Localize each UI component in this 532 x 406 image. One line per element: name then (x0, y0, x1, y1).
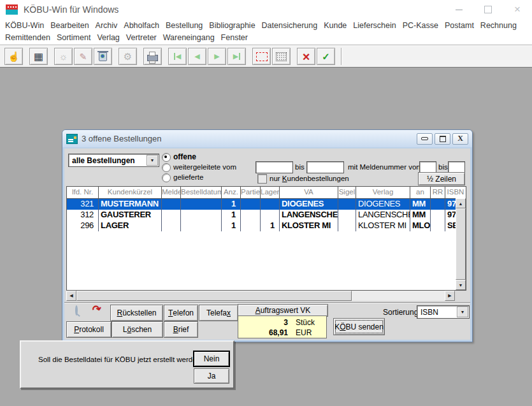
scroll-down-button[interactable]: ▼ (456, 280, 466, 290)
cancel-icon[interactable]: × (297, 48, 315, 65)
menu-item-postamt[interactable]: Postamt (442, 21, 477, 30)
menu-item-fenster[interactable]: Fenster (218, 33, 251, 42)
koebu-senden-button[interactable]: KÖBU senden (333, 318, 385, 335)
kundenbestellungen-checkbox-label[interactable]: nur Kundenbestellungen (270, 175, 349, 182)
menu-item-bibliographie[interactable]: Bibliographie (206, 21, 258, 30)
kundenbestellungen-checkbox[interactable] (257, 174, 267, 184)
selection-frame-icon[interactable] (252, 48, 271, 65)
column-header-11[interactable]: RR (431, 187, 445, 198)
nav-next-icon[interactable]: ▶ (208, 48, 226, 65)
ja-button[interactable]: Ja (194, 368, 229, 384)
search-icon[interactable] (75, 305, 78, 315)
menu-item-pc-kasse[interactable]: PC-Kasse (399, 21, 442, 30)
maximize-button[interactable] (473, 0, 503, 19)
menu-item-koebu-win[interactable]: KÖBU-Win (2, 21, 47, 30)
table-grid-icon[interactable]: ▦ (29, 48, 48, 65)
child-minimize-button[interactable] (417, 133, 433, 145)
menu-item-remittenden[interactable]: Remittenden (2, 33, 54, 42)
column-header-5[interactable]: Partie (241, 187, 261, 198)
nav-prev-icon[interactable]: ◀ (188, 48, 206, 65)
scroll-left-button[interactable]: ◀ (66, 291, 76, 301)
minimize-button[interactable] (444, 0, 473, 19)
telefax-button[interactable]: Telefax (199, 305, 238, 321)
settings-gear-icon[interactable]: ⚙ (119, 48, 137, 65)
weitergeleitet-vom-input[interactable] (255, 161, 293, 173)
column-header-3[interactable]: Bestelldatum (181, 187, 222, 198)
close-button[interactable]: × (503, 0, 532, 19)
bestellart-dropdown[interactable]: alle Bestellungen ▼ (68, 154, 159, 167)
menu-item-wareneingang[interactable]: Wareneingang (160, 33, 218, 42)
auftragswert-button[interactable]: Auftragswert VK (238, 304, 328, 317)
delete-record-icon[interactable] (94, 48, 112, 65)
radio-weitergeleitete[interactable] (162, 163, 171, 172)
menu-item-datensicherung[interactable]: Datensicherung (259, 21, 321, 30)
sortierung-dropdown[interactable]: ISBN ▼ (417, 305, 470, 319)
print-icon (147, 55, 158, 61)
table-row[interactable]: 321MUSTERMANN1DIOGENESDIOGENESMM978 (67, 199, 466, 210)
nav-prev-icon: ◀ (194, 53, 199, 60)
table-row[interactable]: 296LAGER11KLOSTER MIKLOSTER MIMLOSBV (67, 221, 466, 231)
table-row[interactable]: 312GAUSTERER1LANGENSCHELANGENSCHEMM978 (67, 210, 466, 221)
vertical-scrollbar[interactable]: ▲ ▼ (456, 198, 466, 290)
menu-item-vertreter[interactable]: Vertreter (123, 33, 160, 42)
menu-item-bestellung[interactable]: Bestellung (162, 21, 206, 30)
radio-offene[interactable] (162, 153, 171, 162)
menu-item-sortiment[interactable]: Sortiment (54, 33, 94, 42)
radio-offene-label[interactable]: offene (173, 152, 196, 161)
menu-item-archiv[interactable]: Archiv (92, 21, 121, 30)
delete-record-icon (99, 52, 107, 61)
confirm-icon[interactable]: ✓ (317, 48, 335, 65)
column-header-9[interactable]: Verlag (356, 187, 410, 198)
child-close-button[interactable]: X (452, 133, 468, 145)
fill-pattern-icon[interactable] (272, 48, 291, 65)
radio-weitergeleitete-label[interactable]: weitergeleitete vom (173, 163, 236, 171)
cancel-icon: × (303, 50, 310, 63)
halbzeilen-button[interactable]: ½ Zeilen (418, 172, 465, 185)
menu-item-kunde[interactable]: Kunde (320, 21, 350, 30)
nein-button[interactable]: Nein (194, 351, 229, 366)
column-header-0[interactable]: lfd. Nr. (67, 187, 99, 198)
column-header-10[interactable]: an (410, 187, 431, 198)
column-header-12[interactable]: ISBN (445, 187, 466, 198)
table-cell: DIOGENES (356, 199, 410, 210)
column-header-1[interactable]: Kundenkürzel (99, 187, 162, 198)
horizontal-scrollbar[interactable]: ◀ ▶ (66, 291, 455, 301)
bestellungen-titlebar[interactable]: 3 offene Bestellungen X (62, 130, 472, 147)
menu-item-verlag[interactable]: Verlag (94, 33, 122, 42)
chevron-down-icon[interactable]: ▼ (147, 155, 158, 166)
menu-item-rechnung[interactable]: Rechnung (477, 21, 520, 30)
brief-button[interactable]: Brief (164, 321, 198, 338)
column-header-6[interactable]: Lager (261, 187, 280, 198)
menu-item-abholfach[interactable]: Abholfach (120, 21, 162, 30)
child-restore-button[interactable] (435, 133, 450, 145)
protokoll-button[interactable]: Protokoll (66, 321, 111, 338)
table-cell (181, 210, 222, 221)
redo-arrow-icon[interactable]: ↷ (92, 305, 103, 315)
vertical-scrollbar-thumb[interactable] (456, 208, 466, 280)
chevron-down-icon[interactable]: ▼ (457, 307, 468, 317)
menu-item-lieferschein[interactable]: Lieferschein (350, 21, 399, 30)
scroll-up-button[interactable]: ▲ (456, 198, 466, 208)
new-record-icon[interactable]: ☼ (54, 48, 73, 65)
edit-record-icon[interactable]: ✎ (74, 48, 92, 65)
column-header-4[interactable]: Anz. (222, 187, 241, 198)
scroll-right-button[interactable]: ▶ (445, 291, 455, 301)
telefon-button[interactable]: Telefon (164, 305, 198, 321)
nav-last-icon[interactable]: ▶ (227, 48, 246, 65)
print-icon[interactable] (143, 48, 162, 65)
nav-first-icon[interactable]: ◀ (168, 48, 187, 65)
rueckstellen-button[interactable]: Rückstellen (110, 305, 163, 321)
column-header-2[interactable]: Melde (162, 187, 181, 198)
table-cell (431, 210, 445, 221)
weitergeleitet-bis-input[interactable] (306, 161, 344, 173)
menubar-row-1: KÖBU-WinBearbeitenArchivAbholfachBestell… (0, 19, 532, 31)
radio-gelieferte-label[interactable]: gelieferte (173, 173, 203, 181)
radio-gelieferte[interactable] (162, 173, 171, 182)
menu-item-bearbeiten[interactable]: Bearbeiten (47, 21, 92, 30)
table-cell: DIOGENES (280, 199, 338, 210)
column-header-7[interactable]: VA (280, 187, 338, 198)
column-header-8[interactable]: Sigel (338, 187, 356, 198)
horizontal-scrollbar-thumb[interactable] (76, 291, 352, 301)
select-hand-icon[interactable]: ☝ (4, 48, 23, 65)
loeschen-button[interactable]: Löschen (111, 321, 163, 338)
